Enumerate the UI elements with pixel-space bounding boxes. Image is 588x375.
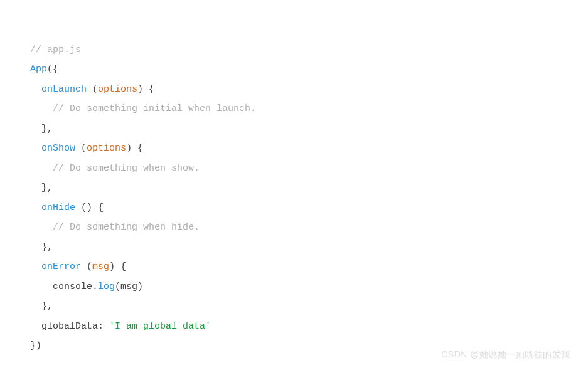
code-brace: {: [115, 261, 126, 272]
code-comment: // Do something when show.: [53, 163, 200, 174]
code-paren: ): [126, 143, 132, 154]
code-close: },: [41, 301, 53, 312]
code-method-log: log: [98, 282, 115, 292]
code-identifier-app: App: [30, 64, 47, 75]
code-method-onerror: onError: [41, 261, 81, 272]
code-colon: :: [98, 321, 109, 332]
code-space: [87, 84, 92, 95]
code-paren: (: [75, 143, 87, 154]
code-param-msg: msg: [92, 261, 109, 272]
code-block: // app.js App({ onLaunch (options) { // …: [0, 0, 588, 375]
code-comment: // app.js: [30, 45, 81, 55]
code-comment: // Do something when hide.: [53, 222, 200, 233]
code-string-literal: 'I am global data': [109, 321, 211, 332]
code-method-onlaunch: onLaunch: [41, 84, 87, 95]
code-close: },: [41, 182, 53, 193]
code-paren: (: [47, 64, 53, 75]
code-paren: ): [109, 261, 115, 272]
code-key-globaldata: globalData: [41, 321, 98, 332]
code-close: },: [41, 242, 53, 253]
code-parens-braces: () {: [75, 203, 104, 213]
code-param-options: options: [98, 84, 137, 95]
code-paren: (: [92, 84, 98, 95]
code-method-onhide: onHide: [41, 203, 75, 213]
code-paren: ): [137, 282, 143, 292]
code-paren: (: [81, 261, 92, 272]
code-paren: (: [115, 282, 120, 292]
code-close: },: [41, 124, 53, 134]
code-brace: {: [143, 84, 154, 95]
code-arg-msg: msg: [120, 282, 137, 292]
code-param-options: options: [87, 143, 126, 154]
code-method-onshow: onShow: [41, 143, 75, 154]
code-brace: {: [132, 143, 143, 154]
code-comment: // Do something initial when launch.: [53, 103, 256, 114]
code-close-final: }): [30, 341, 41, 351]
code-brace: {: [53, 64, 58, 75]
code-console: console.: [53, 282, 98, 292]
code-paren: ): [137, 84, 143, 95]
